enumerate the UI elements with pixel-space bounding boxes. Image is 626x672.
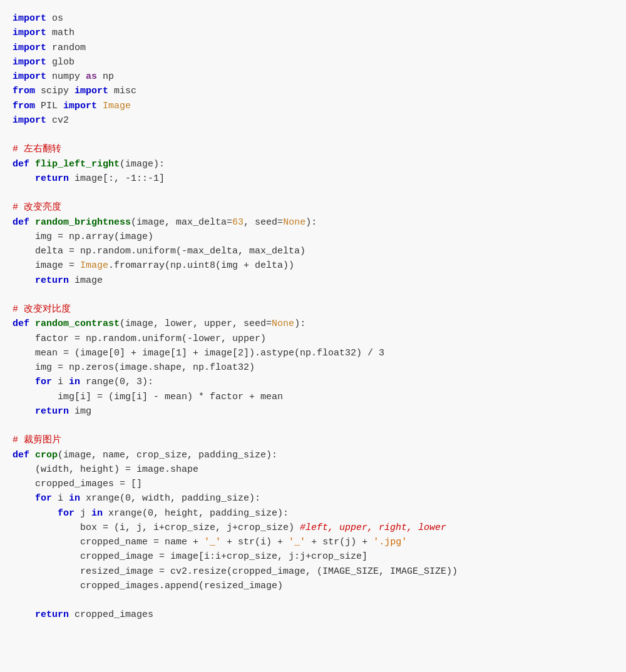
def-crop: def crop(image, name, crop_size, padding… bbox=[13, 448, 613, 462]
line-1: import os bbox=[13, 11, 613, 26]
line-crop-9: cropped_images.append(resized_image) bbox=[13, 579, 613, 593]
blank-4 bbox=[13, 419, 613, 433]
comment-contrast: # 改变对比度 bbox=[13, 302, 613, 317]
line-flip-body: return image[:, -1::-1] bbox=[13, 171, 613, 186]
line-8: import cv2 bbox=[13, 113, 613, 128]
comment-brightness: # 改变亮度 bbox=[13, 200, 613, 215]
blank-5 bbox=[13, 593, 613, 608]
line-brightness-1: img = np.array(image) bbox=[13, 230, 613, 244]
code-container: import os import math import random impo… bbox=[0, 0, 626, 672]
blank-1 bbox=[13, 128, 613, 142]
line-2: import math bbox=[13, 26, 613, 40]
line-6: from scipy import misc bbox=[13, 84, 613, 98]
line-crop-1: (width, height) = image.shape bbox=[13, 462, 613, 477]
line-4: import glob bbox=[13, 55, 613, 69]
line-brightness-2: delta = np.random.uniform(-max_delta, ma… bbox=[13, 244, 613, 258]
blank-3 bbox=[13, 288, 613, 302]
line-crop-6: cropped_name = name + '_' + str(i) + '_'… bbox=[13, 535, 613, 549]
line-crop-return: return cropped_images bbox=[13, 608, 613, 622]
comment-flip: # 左右翻转 bbox=[13, 142, 613, 156]
line-crop-3: for i in xrange(0, width, padding_size): bbox=[13, 491, 613, 506]
line-contrast-2: mean = (image[0] + image[1] + image[2]).… bbox=[13, 346, 613, 360]
comment-crop: # 裁剪图片 bbox=[13, 433, 613, 447]
line-5: import numpy as np bbox=[13, 69, 613, 84]
def-brightness: def random_brightness(image, max_delta=6… bbox=[13, 215, 613, 230]
line-contrast-6: return img bbox=[13, 404, 613, 419]
line-brightness-4: return image bbox=[13, 273, 613, 288]
line-contrast-3: img = np.zeros(image.shape, np.float32) bbox=[13, 360, 613, 375]
line-contrast-1: factor = np.random.uniform(-lower, upper… bbox=[13, 332, 613, 346]
line-crop-8: resized_image = cv2.resize(cropped_image… bbox=[13, 564, 613, 579]
def-contrast: def random_contrast(image, lower, upper,… bbox=[13, 317, 613, 331]
line-3: import random bbox=[13, 41, 613, 55]
line-crop-4: for j in xrange(0, height, padding_size)… bbox=[13, 506, 613, 521]
blank-2 bbox=[13, 186, 613, 200]
line-contrast-5: img[i] = (img[i] - mean) * factor + mean bbox=[13, 390, 613, 404]
line-crop-5: box = (i, j, i+crop_size, j+crop_size) #… bbox=[13, 521, 613, 535]
def-flip: def flip_left_right(image): bbox=[13, 157, 613, 171]
line-brightness-3: image = Image.fromarray(np.uint8(img + d… bbox=[13, 258, 613, 273]
line-crop-7: cropped_image = image[i:i+crop_size, j:j… bbox=[13, 549, 613, 564]
line-7: from PIL import Image bbox=[13, 99, 613, 113]
line-contrast-4: for i in range(0, 3): bbox=[13, 375, 613, 389]
line-crop-2: cropped_images = [] bbox=[13, 477, 613, 491]
